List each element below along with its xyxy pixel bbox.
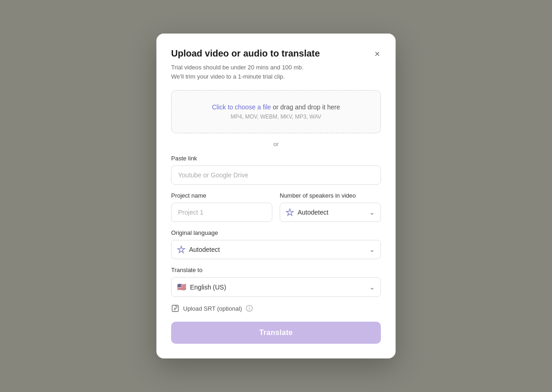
project-name-field: Project name	[171, 192, 272, 222]
upload-srt-row[interactable]: Upload SRT (optional)	[171, 304, 381, 312]
sparkle-icon	[286, 208, 294, 216]
choose-file-link[interactable]: Click to choose a file	[212, 103, 271, 111]
translate-to-value: English (US)	[190, 284, 226, 291]
sparkle-icon-lang	[177, 245, 185, 254]
paste-link-label: Paste link	[171, 155, 381, 162]
upload-drag-text: or drag and drop it here	[273, 103, 340, 111]
original-language-select[interactable]: Autodetect ⌄	[171, 240, 381, 259]
divider-text: or	[273, 141, 279, 148]
project-name-label: Project name	[171, 192, 272, 199]
divider-or: or	[171, 141, 381, 148]
original-language-label: Original language	[171, 229, 381, 236]
close-button[interactable]: ×	[374, 48, 381, 59]
modal-dialog: Upload video or audio to translate × Tri…	[156, 34, 396, 358]
modal-subtitle: Trial videos should be under 20 mins and…	[171, 63, 381, 81]
original-language-chevron: ⌄	[369, 246, 375, 253]
speakers-field: Number of speakers in video Autodetect ⌄	[280, 192, 381, 222]
close-icon: ×	[374, 49, 380, 58]
subtitle-line1: Trial videos should be under 20 mins and…	[171, 64, 304, 71]
us-flag-icon: 🇺🇸	[177, 283, 186, 291]
upload-formats: MP4, MOV, WEBM, MKV, MP3, WAV	[181, 114, 371, 120]
translate-to-select[interactable]: 🇺🇸 English (US) ⌄	[171, 277, 381, 297]
original-language-field: Original language Autodetect ⌄	[171, 229, 381, 259]
upload-main-text: Click to choose a file or drag and drop …	[181, 103, 371, 111]
upload-srt-label: Upload SRT (optional)	[183, 305, 242, 312]
translate-to-field: Translate to 🇺🇸 English (US) ⌄	[171, 267, 381, 297]
translate-button[interactable]: Translate	[171, 322, 381, 344]
info-icon	[246, 305, 253, 312]
translate-to-chevron: ⌄	[369, 284, 375, 291]
paste-link-input[interactable]	[171, 165, 381, 185]
modal-title: Upload video or audio to translate	[171, 48, 320, 59]
subtitle-line2: We'll trim your video to a 1-minute tria…	[171, 73, 285, 80]
speakers-label: Number of speakers in video	[280, 192, 381, 199]
srt-upload-icon	[171, 304, 179, 312]
speakers-select[interactable]: Autodetect ⌄	[280, 203, 381, 222]
speakers-value: Autodetect	[298, 209, 328, 216]
modal-header: Upload video or audio to translate ×	[171, 48, 381, 59]
project-name-input[interactable]	[171, 203, 272, 222]
upload-area[interactable]: Click to choose a file or drag and drop …	[171, 90, 381, 133]
paste-link-section: Paste link	[171, 155, 381, 185]
speakers-select-wrapper: Autodetect ⌄	[280, 203, 381, 222]
translate-to-label: Translate to	[171, 267, 381, 273]
project-speakers-row: Project name Number of speakers in video…	[171, 192, 381, 222]
original-language-select-wrapper: Autodetect ⌄	[171, 240, 381, 259]
translate-to-select-wrapper: 🇺🇸 English (US) ⌄	[171, 277, 381, 297]
speakers-chevron: ⌄	[369, 209, 375, 216]
original-language-value: Autodetect	[189, 246, 220, 253]
